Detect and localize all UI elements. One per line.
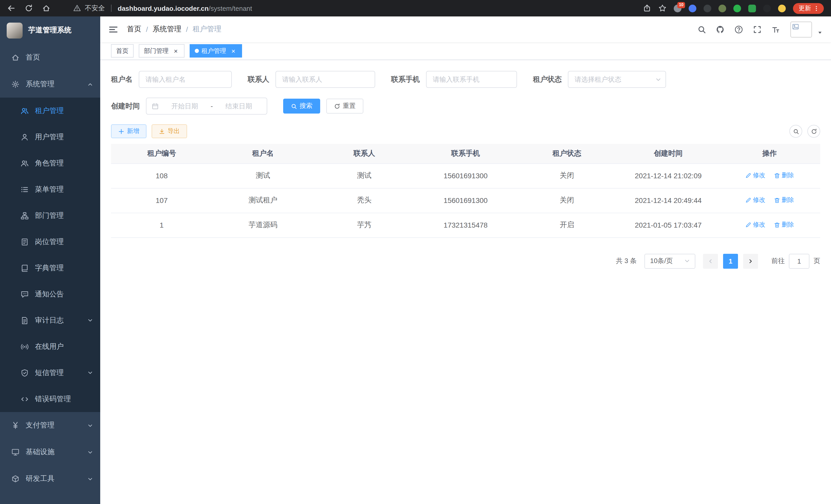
delete-link[interactable]: 删除	[774, 221, 794, 229]
sidebar-item-dict[interactable]: 字典管理	[0, 255, 100, 281]
sidebar-item-error-code[interactable]: 错误码管理	[0, 386, 100, 412]
sidebar-item-dev-tool[interactable]: 研发工具	[0, 466, 100, 492]
extension-icon-blue[interactable]	[689, 4, 696, 12]
extension-icon-badged[interactable]: 10	[674, 4, 682, 12]
tag-home[interactable]: 首页	[111, 44, 134, 58]
page-size-value: 10条/页	[650, 256, 673, 266]
sidebar-item-user[interactable]: 用户管理	[0, 124, 100, 150]
tag-tenant[interactable]: 租户管理 ×	[190, 44, 242, 58]
prev-page-button[interactable]	[703, 254, 718, 268]
export-button[interactable]: 导出	[152, 124, 187, 138]
address-bar[interactable]: 不安全 dashboard.yudao.iocoder.cn/system/te…	[73, 4, 252, 13]
breadcrumb-system[interactable]: 系统管理	[153, 25, 181, 34]
sidebar-item-role[interactable]: 角色管理	[0, 150, 100, 176]
fullscreen-icon[interactable]	[749, 20, 765, 38]
plus-icon	[118, 128, 124, 135]
sidebar-item-label: 支付管理	[26, 421, 81, 430]
col-status: 租户状态	[516, 144, 618, 164]
screen: 不安全 dashboard.yudao.iocoder.cn/system/te…	[0, 0, 831, 504]
font-size-icon[interactable]	[768, 20, 783, 38]
browser-home-icon[interactable]	[42, 4, 50, 12]
page-number-current[interactable]: 1	[723, 254, 738, 268]
browser-menu-dots-icon[interactable]	[813, 5, 820, 11]
sidebar-item-infra[interactable]: 基础设施	[0, 439, 100, 466]
edit-link[interactable]: 修改	[745, 171, 765, 180]
breadcrumb-separator: /	[146, 25, 148, 33]
extension-icon-olive[interactable]	[718, 4, 726, 12]
sidebar-item-system[interactable]: 系统管理	[0, 71, 100, 98]
share-icon[interactable]	[643, 4, 651, 12]
contact-input[interactable]	[276, 71, 375, 88]
sidebar-item-sms[interactable]: 短信管理	[0, 360, 100, 386]
extension-icon-black[interactable]	[763, 4, 771, 12]
github-icon[interactable]	[712, 20, 728, 38]
search-button[interactable]: 搜索	[283, 99, 320, 114]
trash-icon	[774, 173, 780, 179]
mobile-input[interactable]	[426, 71, 517, 88]
home-icon	[11, 53, 20, 62]
avatar[interactable]	[791, 21, 812, 37]
extension-icon-green-square[interactable]	[748, 4, 756, 12]
notice-icon	[21, 290, 29, 298]
breadcrumb-separator: /	[186, 25, 188, 33]
cell-mobile: 17321315478	[415, 213, 516, 237]
security-label[interactable]: 不安全	[85, 4, 105, 13]
chevron-down-icon	[87, 318, 93, 323]
sidebar-logo[interactable]: 芋道管理系统	[0, 17, 100, 44]
caret-down-icon[interactable]	[817, 30, 823, 35]
sidebar-item-notice[interactable]: 通知公告	[0, 281, 100, 307]
trash-icon	[774, 222, 780, 228]
tag-label: 部门管理	[144, 47, 169, 55]
cell-tenant-id: 107	[111, 188, 212, 213]
reload-icon[interactable]	[25, 4, 33, 12]
page-size-select[interactable]: 10条/页	[644, 254, 695, 268]
pagination: 共 3 条 10条/页 1 前往 页	[111, 254, 820, 268]
chevron-down-icon	[87, 370, 93, 376]
goto-page-input[interactable]	[789, 254, 809, 268]
tag-dept[interactable]: 部门管理 ×	[139, 44, 184, 58]
reset-button[interactable]: 重置	[326, 99, 363, 114]
cell-tenant-id: 108	[111, 164, 212, 188]
extension-icon-green-circle[interactable]	[733, 4, 741, 12]
filter-row-2: 创建时间 开始日期 - 结束日期 搜索 重置	[111, 98, 820, 115]
hamburger-icon[interactable]	[109, 24, 118, 34]
extension-icon-yellow[interactable]	[778, 4, 786, 12]
back-icon[interactable]	[7, 4, 16, 12]
extension-icon-dark[interactable]	[704, 4, 711, 12]
next-page-button[interactable]	[743, 254, 758, 268]
refresh-icon	[334, 103, 340, 109]
edit-link[interactable]: 修改	[745, 221, 765, 229]
chevron-down-icon	[87, 449, 93, 455]
sidebar-item-post[interactable]: 岗位管理	[0, 229, 100, 255]
sidebar-item-audit-log[interactable]: 审计日志	[0, 307, 100, 333]
delete-link[interactable]: 删除	[774, 171, 794, 180]
update-button[interactable]: 更新	[793, 3, 824, 13]
sidebar-item-dept[interactable]: 部门管理	[0, 202, 100, 229]
add-button[interactable]: 新增	[111, 124, 146, 138]
breadcrumb-home[interactable]: 首页	[127, 25, 141, 34]
help-icon[interactable]	[731, 20, 746, 38]
date-range-picker[interactable]: 开始日期 - 结束日期	[146, 98, 267, 115]
infra-icon	[11, 448, 20, 456]
toggle-search-button[interactable]	[790, 125, 802, 138]
sidebar-item-label: 菜单管理	[35, 185, 93, 194]
sidebar-item-online-user[interactable]: 在线用户	[0, 333, 100, 360]
status-select[interactable]	[568, 71, 666, 88]
delete-link[interactable]: 删除	[774, 196, 794, 205]
bookmark-star-icon[interactable]	[658, 4, 666, 12]
sidebar-item-home[interactable]: 首页	[0, 44, 100, 71]
sidebar-item-tenant[interactable]: 租户管理	[0, 98, 100, 124]
sidebar-item-menu[interactable]: 菜单管理	[0, 176, 100, 202]
close-icon[interactable]: ×	[230, 47, 237, 55]
sidebar-item-pay[interactable]: 支付管理	[0, 412, 100, 439]
edit-link[interactable]: 修改	[745, 196, 765, 205]
cell-status: 关闭	[516, 164, 618, 188]
refresh-table-button[interactable]	[807, 125, 820, 138]
dict-icon	[21, 264, 29, 272]
cell-status: 关闭	[516, 188, 618, 213]
col-created: 创建时间	[618, 144, 719, 164]
close-icon[interactable]: ×	[172, 47, 179, 55]
tenant-name-input[interactable]	[139, 71, 232, 88]
search-icon[interactable]	[694, 20, 709, 38]
page-content: 租户名 联系人 联系手机 租户状态	[100, 60, 831, 504]
